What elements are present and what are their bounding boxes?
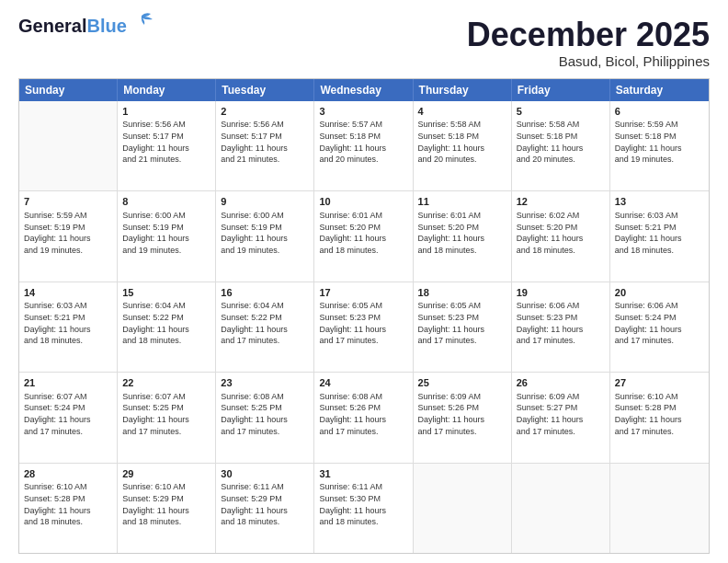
cell-info: Sunrise: 6:01 AM Sunset: 5:20 PM Dayligh…: [319, 210, 407, 256]
calendar-cell: 18Sunrise: 6:05 AM Sunset: 5:23 PM Dayli…: [414, 282, 512, 372]
calendar-cell: [610, 464, 709, 553]
cell-info: Sunrise: 6:07 AM Sunset: 5:25 PM Dayligh…: [122, 391, 210, 437]
day-number: 7: [24, 195, 112, 209]
calendar-cell: 14Sunrise: 6:03 AM Sunset: 5:21 PM Dayli…: [19, 282, 118, 372]
day-number: 27: [615, 376, 704, 390]
cell-info: Sunrise: 6:06 AM Sunset: 5:24 PM Dayligh…: [615, 300, 704, 346]
cell-info: Sunrise: 6:11 AM Sunset: 5:29 PM Dayligh…: [221, 481, 309, 527]
calendar-cell: 4Sunrise: 5:58 AM Sunset: 5:18 PM Daylig…: [414, 101, 512, 190]
cell-info: Sunrise: 5:59 AM Sunset: 5:18 PM Dayligh…: [615, 119, 704, 165]
day-number: 3: [319, 105, 407, 119]
title-block: December 2025 Basud, Bicol, Philippines: [467, 17, 710, 69]
calendar-cell: 3Sunrise: 5:57 AM Sunset: 5:18 PM Daylig…: [314, 101, 413, 190]
logo: GeneralBlue: [18, 17, 154, 35]
day-number: 26: [517, 376, 605, 390]
calendar-cell: [414, 464, 512, 553]
cell-info: Sunrise: 6:09 AM Sunset: 5:26 PM Dayligh…: [418, 391, 506, 437]
logo-bird-icon: [129, 12, 154, 32]
calendar-cell: 21Sunrise: 6:07 AM Sunset: 5:24 PM Dayli…: [19, 373, 118, 462]
header-day-saturday: Saturday: [610, 79, 709, 101]
calendar-cell: 11Sunrise: 6:01 AM Sunset: 5:20 PM Dayli…: [414, 191, 512, 281]
day-number: 4: [418, 105, 506, 119]
calendar-body: 1Sunrise: 5:56 AM Sunset: 5:17 PM Daylig…: [19, 101, 709, 553]
day-number: 8: [122, 195, 210, 209]
header-day-thursday: Thursday: [414, 79, 512, 101]
cell-info: Sunrise: 6:03 AM Sunset: 5:21 PM Dayligh…: [24, 300, 112, 346]
calendar-cell: [512, 464, 610, 553]
day-number: 14: [24, 286, 112, 300]
cell-info: Sunrise: 6:05 AM Sunset: 5:23 PM Dayligh…: [319, 300, 407, 346]
header: GeneralBlue December 2025 Basud, Bicol, …: [18, 17, 710, 69]
cell-info: Sunrise: 6:00 AM Sunset: 5:19 PM Dayligh…: [221, 210, 309, 256]
day-number: 24: [319, 376, 407, 390]
calendar-week-2: 7Sunrise: 5:59 AM Sunset: 5:19 PM Daylig…: [19, 190, 709, 281]
calendar-cell: 13Sunrise: 6:03 AM Sunset: 5:21 PM Dayli…: [610, 191, 709, 281]
calendar-cell: 1Sunrise: 5:56 AM Sunset: 5:17 PM Daylig…: [118, 101, 216, 190]
day-number: 2: [221, 105, 309, 119]
day-number: 15: [122, 286, 210, 300]
page: GeneralBlue December 2025 Basud, Bicol, …: [0, 0, 728, 563]
calendar-cell: 25Sunrise: 6:09 AM Sunset: 5:26 PM Dayli…: [414, 373, 512, 462]
logo-text: GeneralBlue: [18, 17, 127, 35]
month-title: December 2025: [467, 17, 710, 53]
cell-info: Sunrise: 5:56 AM Sunset: 5:17 PM Dayligh…: [122, 119, 210, 165]
day-number: 13: [615, 195, 704, 209]
header-day-tuesday: Tuesday: [216, 79, 314, 101]
day-number: 18: [418, 286, 506, 300]
subtitle: Basud, Bicol, Philippines: [467, 53, 710, 69]
calendar-cell: 19Sunrise: 6:06 AM Sunset: 5:23 PM Dayli…: [512, 282, 610, 372]
calendar-header: SundayMondayTuesdayWednesdayThursdayFrid…: [19, 79, 709, 101]
day-number: 16: [221, 286, 309, 300]
cell-info: Sunrise: 6:08 AM Sunset: 5:26 PM Dayligh…: [319, 391, 407, 437]
calendar-cell: 17Sunrise: 6:05 AM Sunset: 5:23 PM Dayli…: [314, 282, 413, 372]
cell-info: Sunrise: 6:10 AM Sunset: 5:28 PM Dayligh…: [24, 481, 112, 527]
cell-info: Sunrise: 6:00 AM Sunset: 5:19 PM Dayligh…: [122, 210, 210, 256]
calendar: SundayMondayTuesdayWednesdayThursdayFrid…: [18, 78, 710, 554]
calendar-cell: 29Sunrise: 6:10 AM Sunset: 5:29 PM Dayli…: [118, 464, 216, 553]
cell-info: Sunrise: 6:10 AM Sunset: 5:28 PM Dayligh…: [615, 391, 704, 437]
cell-info: Sunrise: 6:02 AM Sunset: 5:20 PM Dayligh…: [517, 210, 605, 256]
calendar-week-1: 1Sunrise: 5:56 AM Sunset: 5:17 PM Daylig…: [19, 101, 709, 190]
calendar-cell: 9Sunrise: 6:00 AM Sunset: 5:19 PM Daylig…: [216, 191, 314, 281]
calendar-cell: 5Sunrise: 5:58 AM Sunset: 5:18 PM Daylig…: [512, 101, 610, 190]
calendar-cell: 12Sunrise: 6:02 AM Sunset: 5:20 PM Dayli…: [512, 191, 610, 281]
calendar-cell: 15Sunrise: 6:04 AM Sunset: 5:22 PM Dayli…: [118, 282, 216, 372]
day-number: 11: [418, 195, 506, 209]
cell-info: Sunrise: 6:10 AM Sunset: 5:29 PM Dayligh…: [122, 481, 210, 527]
calendar-cell: [19, 101, 118, 190]
day-number: 5: [517, 105, 605, 119]
calendar-cell: 22Sunrise: 6:07 AM Sunset: 5:25 PM Dayli…: [118, 373, 216, 462]
day-number: 6: [615, 105, 704, 119]
day-number: 28: [24, 467, 112, 481]
calendar-week-3: 14Sunrise: 6:03 AM Sunset: 5:21 PM Dayli…: [19, 282, 709, 372]
cell-info: Sunrise: 6:09 AM Sunset: 5:27 PM Dayligh…: [517, 391, 605, 437]
cell-info: Sunrise: 6:04 AM Sunset: 5:22 PM Dayligh…: [122, 300, 210, 346]
day-number: 21: [24, 376, 112, 390]
cell-info: Sunrise: 5:58 AM Sunset: 5:18 PM Dayligh…: [517, 119, 605, 165]
day-number: 23: [221, 376, 309, 390]
calendar-cell: 8Sunrise: 6:00 AM Sunset: 5:19 PM Daylig…: [118, 191, 216, 281]
cell-info: Sunrise: 6:03 AM Sunset: 5:21 PM Dayligh…: [615, 210, 704, 256]
header-day-friday: Friday: [512, 79, 610, 101]
day-number: 12: [517, 195, 605, 209]
cell-info: Sunrise: 6:11 AM Sunset: 5:30 PM Dayligh…: [319, 481, 407, 527]
day-number: 29: [122, 467, 210, 481]
calendar-cell: 7Sunrise: 5:59 AM Sunset: 5:19 PM Daylig…: [19, 191, 118, 281]
calendar-cell: 28Sunrise: 6:10 AM Sunset: 5:28 PM Dayli…: [19, 464, 118, 553]
cell-info: Sunrise: 6:05 AM Sunset: 5:23 PM Dayligh…: [418, 300, 506, 346]
header-day-monday: Monday: [118, 79, 216, 101]
calendar-cell: 2Sunrise: 5:56 AM Sunset: 5:17 PM Daylig…: [216, 101, 314, 190]
day-number: 31: [319, 467, 407, 481]
calendar-cell: 30Sunrise: 6:11 AM Sunset: 5:29 PM Dayli…: [216, 464, 314, 553]
day-number: 22: [122, 376, 210, 390]
day-number: 9: [221, 195, 309, 209]
cell-info: Sunrise: 6:04 AM Sunset: 5:22 PM Dayligh…: [221, 300, 309, 346]
calendar-week-4: 21Sunrise: 6:07 AM Sunset: 5:24 PM Dayli…: [19, 372, 709, 462]
day-number: 10: [319, 195, 407, 209]
day-number: 17: [319, 286, 407, 300]
day-number: 25: [418, 376, 506, 390]
cell-info: Sunrise: 6:07 AM Sunset: 5:24 PM Dayligh…: [24, 391, 112, 437]
calendar-cell: 24Sunrise: 6:08 AM Sunset: 5:26 PM Dayli…: [314, 373, 413, 462]
day-number: 20: [615, 286, 704, 300]
cell-info: Sunrise: 5:56 AM Sunset: 5:17 PM Dayligh…: [221, 119, 309, 165]
